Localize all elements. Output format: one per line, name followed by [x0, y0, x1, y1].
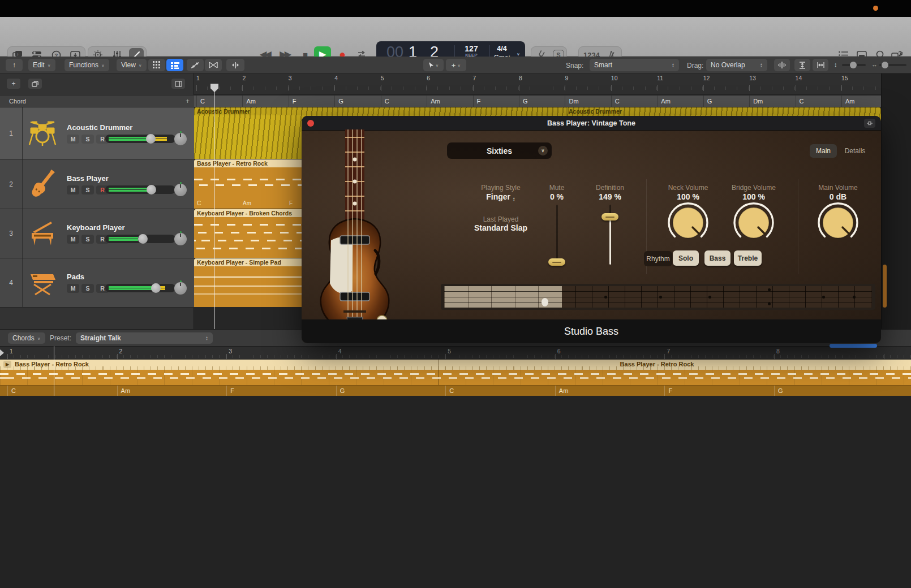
playing-style-value[interactable]: Finger ▲▼	[461, 192, 540, 201]
vertical-auto-zoom-icon[interactable]	[794, 59, 810, 71]
chord-add-icon[interactable]: +	[186, 97, 190, 105]
global-chord-track[interactable]: CAmFGCAmFGDmCAmGDmCAm	[194, 95, 881, 107]
volume-slider[interactable]	[105, 185, 175, 194]
grid-view-icon[interactable]	[148, 59, 165, 71]
volume-slider[interactable]	[105, 284, 175, 292]
solo-button[interactable]: S	[81, 235, 94, 244]
chord-cell[interactable]: Am	[427, 96, 472, 108]
volume-thumb[interactable]	[147, 185, 156, 194]
pan-knob[interactable]	[174, 282, 187, 295]
slider-thumb[interactable]	[882, 62, 888, 68]
pan-knob[interactable]	[174, 233, 187, 245]
bar-number[interactable]: 12	[703, 75, 710, 81]
chord-lane-header[interactable]: Chord +	[0, 95, 194, 107]
bar-number[interactable]: 5	[381, 75, 384, 81]
volume-thumb[interactable]	[138, 234, 148, 244]
definition-slider-thumb[interactable]	[601, 213, 618, 220]
lcd-chevron-down-icon[interactable]: ∨	[517, 52, 520, 56]
rhythm-button[interactable]: Rhythm	[644, 251, 672, 266]
bar-number[interactable]: 6	[427, 75, 430, 81]
horizontal-scrollbar-thumb[interactable]	[830, 344, 877, 348]
link-window-button[interactable]	[864, 119, 875, 128]
editor-region-bass-retro-rock[interactable]: ▶ Bass Player - Retro Rock Bass Player -…	[0, 360, 911, 385]
horizontal-auto-zoom-icon[interactable]	[813, 59, 828, 71]
volume-slider[interactable]	[105, 235, 175, 243]
mute-slider[interactable]	[556, 205, 558, 265]
bar-number[interactable]: 13	[749, 75, 756, 81]
solo-button[interactable]: S	[81, 185, 94, 194]
automation-icon[interactable]	[187, 59, 204, 71]
pan-knob[interactable]	[174, 184, 187, 196]
bar-number[interactable]: 3	[289, 75, 292, 81]
chord-cell[interactable]: Am	[657, 96, 703, 108]
duplicate-track-button[interactable]	[28, 79, 42, 89]
editor-playhead[interactable]	[54, 346, 54, 396]
chord-cell[interactable]: G	[703, 96, 749, 108]
main-volume-knob[interactable]	[817, 201, 860, 244]
chord-cell[interactable]: F	[226, 386, 336, 396]
mute-button[interactable]: M	[67, 235, 79, 244]
plugin-titlebar[interactable]: Bass Player: Vintage Tone	[302, 116, 881, 131]
chord-cell[interactable]: F	[664, 386, 774, 396]
chord-cell[interactable]: C	[196, 96, 242, 108]
tracks-view-icon[interactable]	[166, 59, 183, 71]
editor-bar-ruler[interactable]: 12345678	[0, 346, 911, 360]
chord-cell[interactable]: C	[381, 96, 427, 108]
chord-cell[interactable]: G	[774, 386, 884, 396]
track-header-acoustic-drummer[interactable]: 1 Acoustic Drummer M S R	[0, 107, 194, 159]
chord-cell[interactable]: Am	[242, 96, 288, 108]
bar-number[interactable]: 11	[657, 75, 663, 81]
mute-button[interactable]: M	[67, 135, 79, 144]
plugin-tab-details[interactable]: Details	[840, 144, 870, 158]
solo-button[interactable]: S	[81, 135, 94, 144]
chord-cell[interactable]: Dm	[749, 96, 795, 108]
secondary-tool-menu[interactable]: +∨	[446, 59, 466, 71]
bar-ruler[interactable]: 123456789101112131415	[194, 74, 881, 95]
volume-thumb[interactable]	[146, 134, 156, 144]
functions-menu[interactable]: Functions∨	[65, 59, 109, 71]
edit-menu[interactable]: Edit∨	[28, 59, 55, 71]
add-track-button[interactable]: +	[7, 79, 20, 89]
bar-number[interactable]: 15	[841, 75, 848, 81]
treble-pickup-button[interactable]: Treble	[734, 250, 762, 266]
volume-slider[interactable]	[105, 135, 175, 143]
chord-cell[interactable]: C	[611, 96, 657, 108]
chord-cell[interactable]: C	[445, 386, 555, 396]
chord-cell[interactable]: G	[519, 96, 565, 108]
solo-pickup-button[interactable]: Solo	[673, 250, 699, 266]
pan-knob[interactable]	[174, 133, 187, 145]
snap-dropdown[interactable]: Smart▲▼	[590, 59, 679, 71]
mute-button[interactable]: M	[67, 185, 79, 194]
close-window-button[interactable]	[307, 120, 314, 127]
mute-slider-thumb[interactable]	[548, 258, 565, 266]
flex-icon[interactable]	[205, 59, 222, 71]
chord-cell[interactable]: Am	[555, 386, 665, 396]
editor-preset-dropdown[interactable]: Straight Talk▲▼	[76, 332, 213, 344]
bridge-volume-knob[interactable]	[732, 201, 775, 244]
slider-thumb[interactable]	[850, 62, 857, 68]
bar-number[interactable]: 2	[242, 75, 246, 81]
hide-editor-button[interactable]: ↑	[6, 59, 23, 71]
vertical-zoom-slider[interactable]	[842, 64, 866, 66]
bar-number[interactable]: 4	[334, 75, 338, 81]
bar-number[interactable]: 8	[519, 75, 522, 81]
drag-dropdown[interactable]: No Overlap▲▼	[706, 59, 767, 71]
bar-number[interactable]: 1	[196, 75, 200, 81]
chord-cell[interactable]: Am	[117, 386, 227, 396]
track-header-pads[interactable]: 4 Pads M S R	[0, 258, 194, 308]
chord-cell[interactable]: G	[336, 386, 446, 396]
bass-pickup-button[interactable]: Bass	[704, 250, 730, 266]
bar-number[interactable]: 7	[473, 75, 476, 81]
plugin-window-bass-player[interactable]: Bass Player: Vintage Tone	[302, 116, 881, 343]
mute-button[interactable]: M	[67, 284, 79, 293]
horizontal-zoom-slider[interactable]	[879, 64, 906, 66]
chord-cell[interactable]: Dm	[565, 96, 611, 108]
fretboard-display[interactable]	[441, 284, 875, 310]
chord-cell[interactable]: F	[289, 96, 334, 108]
editor-track-menu[interactable]: Chords∨	[8, 332, 45, 344]
bar-number[interactable]: 14	[796, 75, 802, 81]
solo-button[interactable]: S	[81, 284, 94, 293]
neck-volume-knob[interactable]	[667, 201, 710, 244]
chord-cell[interactable]: C	[7, 386, 117, 396]
region-header[interactable]: ▶ Bass Player - Retro Rock Bass Player -…	[0, 360, 911, 370]
